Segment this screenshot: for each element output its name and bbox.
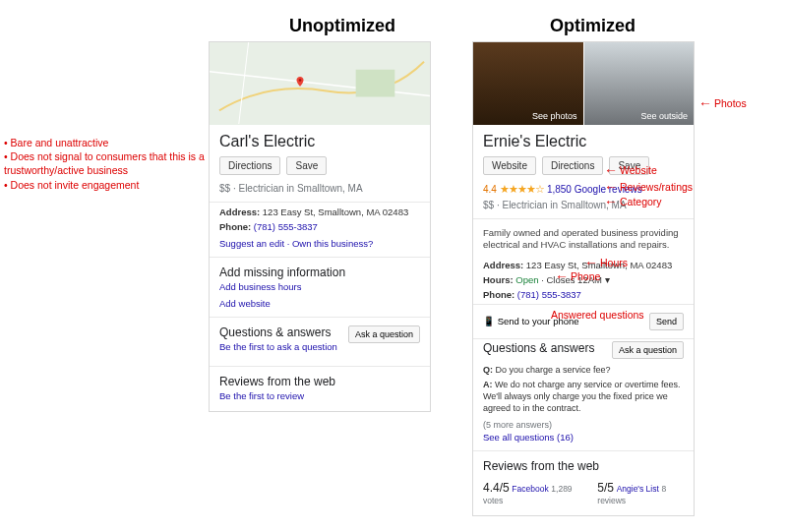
answer-text: A: We do not charge any service or overt…: [473, 380, 694, 418]
business-title: Ernie's Electric: [473, 125, 694, 156]
arrow-left-icon: ←: [698, 96, 712, 110]
see-outside-button[interactable]: See outside: [584, 42, 695, 125]
phone-line: Phone: (781) 555-3837: [210, 219, 430, 234]
facebook-link[interactable]: Facebook: [512, 484, 548, 494]
bullet-1: Bare and unattractive: [4, 136, 209, 149]
ask-question-button[interactable]: Ask a question: [612, 341, 684, 359]
unoptimized-card: Carl's Electric Directions Save $$ · Ele…: [209, 41, 431, 412]
suggest-edit-link[interactable]: Suggest an edit · Own this business?: [210, 238, 430, 255]
arrow-left-icon: ←: [604, 163, 618, 177]
website-button[interactable]: Website: [483, 156, 536, 175]
all-questions-link[interactable]: See all questions (16): [473, 432, 694, 448]
phone-line: Phone: (781) 555-3837: [473, 287, 694, 302]
web-reviews-row: 4.4/5 Facebook 1,289 votes 5/5 Angie's L…: [473, 475, 694, 515]
map-pin-icon: [294, 76, 306, 88]
annotation-answered: Answered questions: [551, 309, 644, 321]
arrow-left-icon: ←: [604, 195, 618, 208]
web-reviews-title: Reviews from the web: [210, 369, 430, 390]
missing-info-title: Add missing information: [210, 260, 430, 281]
annotation-bullets: Bare and unattractive Does not signal to…: [4, 136, 209, 192]
map-roads: [210, 42, 430, 124]
bullet-2: Does not signal to consumers that this i…: [4, 149, 209, 177]
ask-question-button[interactable]: Ask a question: [348, 325, 420, 343]
add-hours-link[interactable]: Add business hours: [210, 281, 430, 298]
question-text: Q: Do you charge a service fee?: [473, 365, 694, 381]
phone-link[interactable]: (781) 555-3837: [517, 289, 581, 300]
annotation-phone: ←Phone: [555, 269, 600, 283]
svg-point-1: [299, 79, 302, 82]
directions-button[interactable]: Directions: [542, 156, 603, 175]
see-photos-button[interactable]: See photos: [473, 42, 583, 125]
bullet-3: Does not invite engagement: [4, 178, 209, 192]
map-placeholder[interactable]: [210, 42, 430, 125]
web-reviews-title: Reviews from the web: [473, 453, 694, 475]
star-icons: ★★★★☆: [500, 183, 544, 196]
phone-link[interactable]: (781) 555-3837: [254, 221, 318, 232]
annotation-reviews: ←Reviews/ratings: [604, 180, 693, 194]
arrow-left-icon: ←: [604, 180, 618, 194]
header-unoptimized: Unoptimized: [289, 16, 395, 36]
qa-first-link[interactable]: Be the first to ask a question: [219, 341, 347, 358]
annotation-photos: ←Photos: [698, 96, 747, 110]
annotation-category: ←Category: [604, 195, 662, 208]
save-button[interactable]: Save: [286, 156, 327, 175]
photo-row: See photos See outside: [473, 42, 694, 125]
category-meta: $$ · Electrician in Smalltown, MA: [210, 183, 430, 200]
annotation-hours: ←Hours: [584, 256, 628, 269]
svg-rect-0: [356, 70, 395, 97]
angies-link[interactable]: Angie's List: [617, 484, 659, 494]
arrow-left-icon: ←: [555, 269, 569, 283]
arrow-left-icon: ←: [584, 256, 598, 269]
business-title: Carl's Electric: [210, 125, 430, 156]
qa-title: Questions & answers: [219, 320, 347, 341]
web-review-2: 5/5 Angie's List 8 reviews: [597, 481, 684, 505]
business-description: Family owned and operated business provi…: [473, 221, 694, 258]
qa-title: Questions & answers: [483, 341, 594, 355]
first-review-link[interactable]: Be the first to review: [210, 390, 430, 411]
address-line: Address: 123 Easy St, Smalltown, MA 0248…: [210, 205, 430, 219]
rating-number: 4.4: [483, 184, 497, 195]
directions-button[interactable]: Directions: [219, 156, 280, 175]
more-answers[interactable]: (5 more answers): [473, 418, 694, 432]
header-optimized: Optimized: [550, 16, 636, 36]
send-button[interactable]: Send: [649, 313, 684, 330]
annotation-website: ←Website: [604, 163, 657, 177]
add-website-link[interactable]: Add website: [210, 298, 430, 315]
web-review-1: 4.4/5 Facebook 1,289 votes: [483, 481, 579, 505]
